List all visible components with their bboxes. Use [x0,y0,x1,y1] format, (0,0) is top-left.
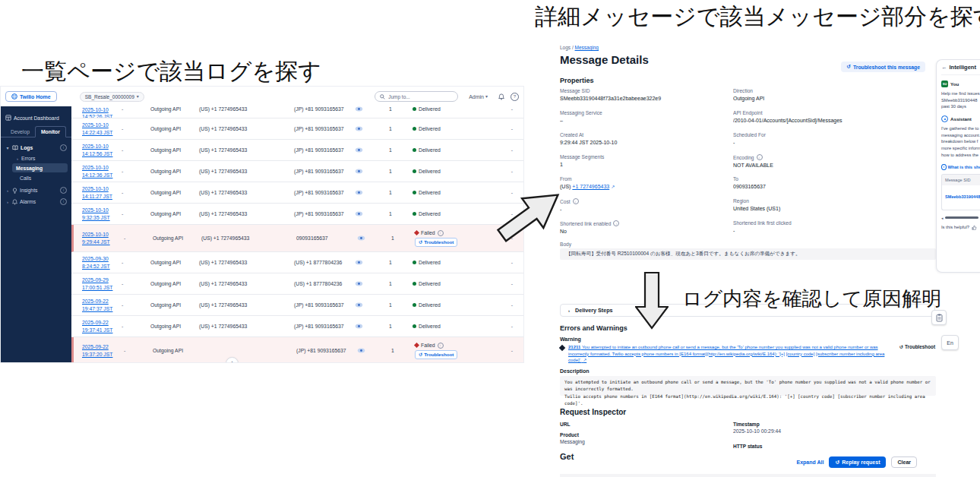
sidebar-item-alarms[interactable]: › Alarms i [1,196,71,207]
help-icon[interactable]: ? [511,93,519,101]
log-direction: Outgoing API [150,324,199,329]
log-date-link[interactable]: 2025-09-2219:47:37 JST [71,298,119,311]
property-cell: Messaging Service – [560,110,733,132]
log-direction: Outgoing API [153,235,201,241]
what-is-this-link[interactable]: i What is this sho [941,164,980,170]
log-date-link[interactable]: 2025-10-109:32:35 JST [71,207,119,220]
view-body-eye-icon[interactable] [355,126,375,131]
log-date-link[interactable]: 2025-09-2219:37:20 JST [74,343,121,357]
phone-number-link[interactable]: +1 7274965433 [572,184,609,189]
failed-diamond-icon [414,343,419,348]
thumbs-up-icon[interactable] [972,225,977,230]
sidebar-item-calls[interactable]: Calls [1,173,71,182]
view-body-eye-icon[interactable] [355,169,375,174]
tab-monitor[interactable]: Monitor [35,126,66,137]
troubleshoot-message-button[interactable]: ↺ Troubleshoot this message [841,62,925,72]
log-date-link[interactable]: 2025-10-1014:52:26 JST [71,106,119,118]
clipboard-widget-button[interactable] [931,310,947,325]
log-date-link[interactable]: 2025-10-109:29:44 JST [74,231,121,245]
log-date-link[interactable]: 2025-09-2219:37:41 JST [71,319,119,333]
breadcrumb-logs[interactable]: Logs [560,45,571,50]
table-row: 2025-10-1014:12:36 JST - Outgoing API (U… [71,161,523,182]
log-from-number: (US) +1 7274965433 [199,126,294,131]
sidebar-item-errors[interactable]: › Errors [1,153,71,163]
delivered-dot-icon [413,107,416,111]
log-col-dash: - [119,281,150,286]
log-to-number: (JP) +81 9093165637 [294,126,355,131]
view-body-eye-icon[interactable] [355,106,375,112]
log-to-number: (JP) +81 9093165637 [294,169,355,174]
request-body-box [560,474,936,477]
feedback-row: Is this helpful? [941,225,980,230]
annotation-right-title: 詳細メッセージで該当メッセージ部分を探す [535,2,980,33]
log-from-number: (US) +1 7274965433 [199,190,294,195]
twilio-home-button[interactable]: Twilio Home [5,91,57,102]
log-from-number: (US) +1 7274965433 [199,211,294,216]
table-row: 2025-09-2219:47:37 JST - Outgoing API (U… [71,295,523,316]
clear-button[interactable]: Clear [891,456,917,468]
log-to-number: (JP) +81 9093165637 [294,324,355,329]
table-row: 2025-09-308:24:52 JST - Outgoing API (US… [71,252,523,273]
log-col-end: - [496,260,523,265]
log-segments: 1 [377,235,409,241]
dashboard-icon [5,115,11,121]
view-body-eye-icon[interactable] [355,190,375,195]
view-body-eye-icon[interactable] [355,324,375,329]
admin-menu[interactable]: Admin ▾ [464,93,492,100]
view-body-eye-icon[interactable] [357,235,377,241]
info-icon: i [757,154,763,160]
back-arrow-icon[interactable]: ← [941,64,947,71]
info-icon: i [438,343,444,349]
log-date-link[interactable]: 2025-10-1014:11:27 JST [71,185,119,199]
troubleshoot-button[interactable]: ↺ Troubleshoot [415,350,457,359]
clipboard-icon [936,314,943,322]
view-body-eye-icon[interactable] [355,211,375,216]
notifications-bell-icon[interactable] [498,93,504,100]
search-input[interactable]: Jump to... [375,91,458,102]
delivered-dot-icon [413,191,416,194]
log-date-link[interactable]: 2025-09-308:24:52 JST [71,255,119,269]
log-date-link[interactable]: 2025-09-2917:00:51 JST [71,276,119,290]
tab-develop[interactable]: Develop [5,127,35,137]
log-col-dash: - [119,324,150,329]
troubleshoot-button[interactable]: ↺ Troubleshoot [415,238,457,247]
property-cell: Shortened link enabled i No [560,220,733,242]
horizontal-scrollbar[interactable]: ◂ [941,216,980,220]
log-from-number: (US) +1 7274965433 [199,281,294,286]
sidebar-item-insights[interactable]: › Insights i [1,185,71,196]
description-text: You attempted to initiate an outbound ph… [560,376,936,396]
warning-error-link[interactable]: 21211 You attempted to initiate an outbo… [568,344,896,364]
warning-troubleshoot-button[interactable]: ↺ Troubleshoot [899,344,935,364]
translate-widget-button[interactable]: En [941,335,959,350]
warning-diamond-icon [559,345,565,351]
breadcrumb: Logs / Messaging [560,45,599,50]
info-icon: i [613,220,619,226]
account-selector[interactable]: SB_Resale_00000009 ▾ [80,92,144,102]
view-body-eye-icon[interactable] [357,348,377,353]
log-segments: 1 [375,324,406,329]
log-direction: Outgoing API [150,147,199,153]
log-segments: 1 [375,126,406,131]
log-date-link[interactable]: 2025-10-1014:12:36 JST [71,164,119,178]
log-direction: Outgoing API [150,169,199,174]
property-cell: Direction Outgoing API [733,88,936,110]
log-date-link[interactable]: 2025-10-1014:22:43 JST [71,122,119,135]
sidebar-item-account-dashboard[interactable]: Account Dashboard [1,112,71,123]
table-row: 2025-10-1014:12:56 JST - Outgoing API (U… [71,140,523,161]
view-body-eye-icon[interactable] [355,281,375,286]
message-sid-link[interactable]: SMeebb33190448f [942,185,980,210]
breadcrumb-messaging-link[interactable]: Messaging [575,45,599,50]
info-icon: i [60,187,67,194]
log-status: Delivered [406,281,496,286]
view-body-eye-icon[interactable] [355,147,375,153]
view-body-eye-icon[interactable] [355,302,375,308]
log-date-link[interactable]: 2025-10-1014:12:56 JST [71,143,119,156]
log-segments: 1 [375,302,406,308]
sidebar-item-logs[interactable]: ▾ Logs i [1,142,71,153]
log-col-end: - [496,324,523,329]
replay-request-button[interactable]: ↺ Replay request [829,456,886,468]
expand-all-link[interactable]: Expand All [797,460,824,465]
description-label: Description [560,368,590,374]
sidebar-item-messaging[interactable]: Messaging [12,163,68,172]
view-body-eye-icon[interactable] [355,260,375,265]
